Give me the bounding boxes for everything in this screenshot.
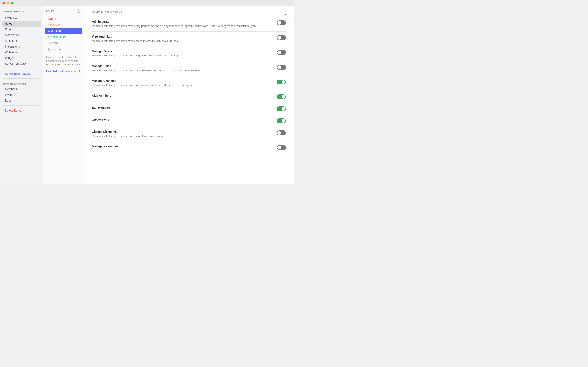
app-container: STRAWBERRY CAT Overview Roles Emoji Mode… — [0, 6, 294, 184]
permission-desc-change-nickname: Members with this permission can change … — [92, 134, 272, 138]
permission-toggle-manage-channels[interactable] — [277, 80, 286, 84]
permission-name-manage-roles: Manage Roles — [92, 64, 272, 68]
permission-name-manage-server: Manage Server — [92, 50, 272, 53]
permission-row-manage-roles: Manage RolesMembers with this permission… — [92, 61, 286, 76]
permissions-panel: GENERAL PERMISSIONS × ESC AdministratorM… — [84, 6, 294, 184]
sidebar-item-integrations[interactable]: Integrations — [2, 44, 41, 49]
roles-header: ROLES + — [43, 9, 84, 16]
permission-row-view-audit-log: View Audit LogMembers with this permissi… — [92, 32, 286, 47]
sidebar-item-boost-status[interactable]: Server Boost Status — [2, 71, 41, 76]
permission-row-administrator: AdministratorMembers with this permissio… — [92, 17, 286, 32]
sidebar-item-audit-log[interactable]: Audit Log — [2, 38, 41, 44]
permission-toggle-create-invite[interactable] — [277, 118, 286, 123]
permission-name-change-nickname: Change Nickname — [92, 130, 272, 133]
permission-name-manage-channels: Manage Channels — [92, 79, 272, 82]
roles-panel: ROLES + Admin Moderator Club Lead Assist… — [43, 6, 84, 184]
permission-name-create-invite: Create Invite — [92, 118, 272, 121]
sidebar-item-invites[interactable]: Invites — [2, 92, 41, 98]
close-icon: × — [282, 11, 289, 18]
permission-row-create-invite: Create Invite — [92, 115, 286, 127]
sidebar: STRAWBERRY CAT Overview Roles Emoji Mode… — [0, 6, 43, 184]
permission-row-manage-channels: Manage ChannelsMembers with this permiss… — [92, 76, 286, 91]
sidebar-item-server-template[interactable]: Server Template — [2, 61, 41, 67]
permission-toggle-change-nickname[interactable] — [277, 131, 286, 135]
sidebar-divider-2 — [3, 78, 39, 79]
permission-name-manage-nicknames: Manage Nicknames — [92, 145, 272, 148]
role-item-moderator[interactable]: Moderator — [44, 22, 82, 28]
close-button[interactable] — [2, 2, 5, 4]
permission-toggle-kick-members[interactable] — [277, 94, 286, 99]
permission-toggle-view-audit-log[interactable] — [277, 35, 286, 40]
role-item-everyone[interactable]: @everyone — [44, 46, 82, 52]
sidebar-item-roles[interactable]: Roles — [2, 21, 41, 26]
minimize-button[interactable] — [7, 2, 9, 4]
permission-row-manage-nicknames: Manage Nicknames — [92, 142, 286, 153]
sidebar-item-moderation[interactable]: Moderation — [2, 32, 41, 38]
permission-toggle-manage-roles[interactable] — [277, 65, 286, 70]
permission-toggle-manage-server[interactable] — [277, 50, 286, 55]
permission-toggle-manage-nicknames[interactable] — [277, 145, 286, 150]
permission-toggle-ban-members[interactable] — [277, 106, 286, 111]
sidebar-divider-1 — [3, 68, 39, 69]
titlebar — [0, 0, 294, 6]
roles-help-link[interactable]: Need help with permissions? — [43, 70, 84, 73]
permissions-section-label: GENERAL PERMISSIONS — [92, 11, 286, 13]
permission-desc-view-audit-log: Members with this permission have access… — [92, 39, 272, 43]
permission-row-kick-members: Kick Members — [92, 91, 286, 103]
roles-header-label: ROLES — [46, 10, 54, 12]
maximize-button[interactable] — [11, 2, 14, 4]
role-item-club-lead[interactable]: Club Lead — [44, 28, 82, 34]
permission-name-administrator: Administrator — [92, 20, 272, 23]
role-item-student[interactable]: Student — [44, 40, 82, 46]
permission-row-manage-server: Manage ServerMembers with this permissio… — [92, 46, 286, 61]
role-item-assistant-lead[interactable]: Assistant Lead — [44, 34, 82, 40]
permission-name-ban-members: Ban Members — [92, 106, 272, 109]
role-item-admin[interactable]: Admin — [44, 16, 82, 22]
permission-desc-manage-channels: Members with this permission can create … — [92, 83, 272, 87]
server-name: STRAWBERRY CAT — [0, 10, 43, 15]
sidebar-item-delete-server[interactable]: Delete Server — [2, 108, 41, 113]
roles-add-button[interactable]: + — [77, 9, 80, 13]
sidebar-item-widget[interactable]: Widget — [2, 55, 41, 61]
permission-name-view-audit-log: View Audit Log — [92, 35, 272, 38]
permission-desc-manage-roles: Members with this permission can create … — [92, 68, 272, 73]
permission-toggle-administrator[interactable] — [277, 20, 286, 25]
sidebar-item-overview[interactable]: Overview — [2, 15, 41, 21]
sidebar-divider-3 — [3, 105, 39, 106]
permissions-list: AdministratorMembers with this permissio… — [92, 17, 286, 153]
permission-desc-administrator: Members with this permission have every … — [92, 24, 272, 28]
sidebar-item-emoji[interactable]: Emoji — [2, 26, 41, 32]
permission-row-change-nickname: Change NicknameMembers with this permiss… — [92, 127, 286, 142]
permission-name-kick-members: Kick Members — [92, 94, 272, 97]
sidebar-item-members[interactable]: Members — [2, 86, 41, 92]
user-management-header: USER MANAGEMENT — [0, 81, 43, 86]
sidebar-item-webhooks[interactable]: Webhooks — [2, 49, 41, 55]
sidebar-item-bans[interactable]: Bans — [2, 98, 41, 103]
permission-row-ban-members: Ban Members — [92, 103, 286, 115]
roles-hint: Members use the color of the highest rol… — [43, 52, 84, 70]
permission-desc-manage-server: Members with this permission can change … — [92, 54, 272, 58]
esc-button[interactable]: × ESC — [282, 11, 289, 22]
